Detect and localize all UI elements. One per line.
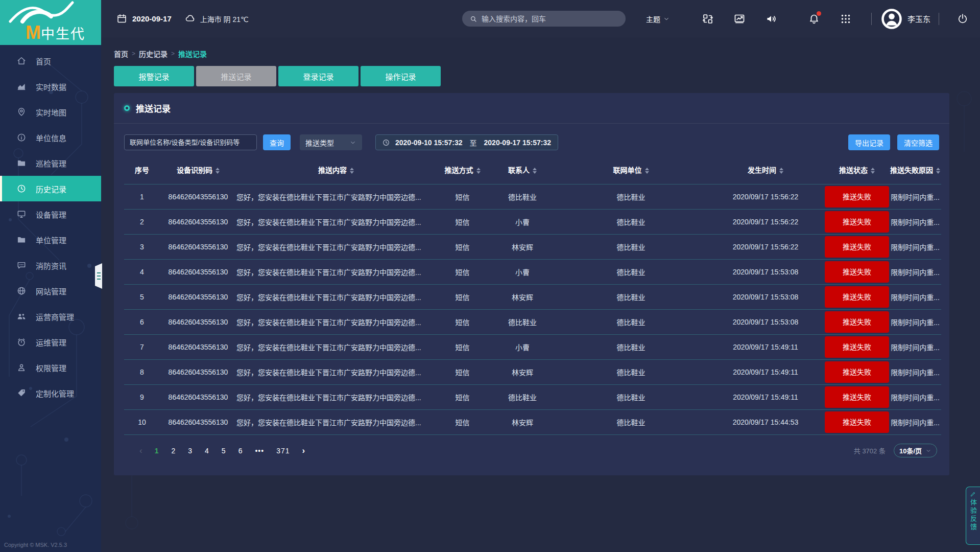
topbar-divider [871, 13, 872, 25]
date-group: 2020-09-17 上海市 阴 21℃ [116, 13, 249, 24]
sidebar-collapse-handle[interactable] [95, 263, 102, 289]
sort-icon [871, 168, 875, 174]
theme-dropdown[interactable]: 主题 [646, 14, 670, 24]
page-size-select[interactable]: 10条/页 [894, 444, 937, 457]
tab-button[interactable]: 操作记录 [361, 66, 441, 86]
cell-index: 3 [124, 234, 160, 259]
breadcrumb-item[interactable]: 首页 [114, 49, 128, 59]
sidebar-item[interactable]: 单位信息 [0, 125, 101, 150]
cell-push-content: 您好，您安装在德比鞋业下晋江市广安路野力中国旁边德... [236, 209, 436, 234]
map-pin-icon [16, 107, 27, 117]
chevron-down-icon [663, 15, 670, 22]
column-header[interactable]: 发生时间 [706, 155, 825, 184]
sidebar-item[interactable]: 权限管理 [0, 355, 101, 380]
sidebar-item[interactable]: 单位管理 [0, 227, 101, 252]
sidebar-item-label: 权限管理 [36, 362, 66, 373]
cell-index: 10 [124, 409, 160, 434]
sidebar-item[interactable]: 消防资讯 [0, 252, 101, 278]
stopwatch-icon [16, 337, 27, 347]
sidebar-item[interactable]: 设备管理 [0, 201, 101, 227]
search-input[interactable] [482, 15, 609, 23]
clock-icon [16, 183, 27, 194]
trend-icon[interactable] [733, 13, 746, 25]
prev-page-button[interactable]: ‹ [139, 446, 142, 456]
sidebar-item[interactable]: 运维管理 [0, 329, 101, 355]
column-header[interactable]: 推送状态 [825, 155, 889, 184]
cell-push-method: 短信 [436, 284, 489, 309]
export-button[interactable]: 导出记录 [848, 134, 890, 150]
column-header-label: 联网单位 [613, 166, 642, 174]
sidebar-item[interactable]: 实时数据 [0, 74, 101, 99]
sidebar-item[interactable]: 巡检管理 [0, 150, 101, 176]
column-header[interactable]: 联网单位 [556, 155, 706, 184]
column-header[interactable]: 推送内容 [236, 155, 436, 184]
clock-small-icon [382, 139, 390, 147]
feedback-button[interactable]: 体验反馈 [966, 487, 980, 545]
sidebar-item[interactable]: 首页 [0, 48, 101, 74]
breadcrumb: 首页 > 历史记录 > 推送记录 > [114, 49, 980, 59]
current-date: 2020-09-17 [132, 14, 172, 23]
push-type-select[interactable]: 推送类型 [300, 134, 362, 150]
page-number[interactable]: ••• [255, 447, 264, 455]
cell-push-method: 短信 [436, 184, 489, 209]
page-number[interactable]: 4 [205, 447, 209, 455]
cell-fail-reason: 限制时间内重... [889, 184, 941, 209]
sidebar-item[interactable]: 实时地图 [0, 99, 101, 125]
cell-fail-reason: 限制时间内重... [889, 234, 941, 259]
sidebar-item[interactable]: 历史记录 [0, 176, 101, 201]
sidebar-item-label: 网站管理 [36, 286, 66, 296]
sidebar-item[interactable]: 定制化管理 [0, 380, 101, 406]
sidebar-item-label: 单位管理 [36, 235, 66, 245]
page-number[interactable]: 1 [155, 447, 159, 455]
column-header-label: 推送内容 [318, 166, 347, 174]
next-page-button[interactable]: › [302, 446, 305, 456]
user-name: 李玉东 [907, 13, 930, 24]
swap-icon[interactable] [702, 13, 714, 25]
user-menu[interactable]: 李玉东 [881, 8, 939, 30]
table-header-row: 序号 设备识别码 推送内容 推送方式 [124, 155, 941, 184]
table-row: 10 864626043556130 您好，您安装在德比鞋业下晋江市广安路野力中… [124, 409, 941, 434]
cell-index: 1 [124, 184, 160, 209]
column-header[interactable]: 推送失败原因 [889, 155, 941, 184]
clear-filters-button[interactable]: 清空筛选 [897, 134, 939, 150]
page-number[interactable]: 5 [222, 447, 226, 455]
status-badge: 推送失败 [825, 236, 889, 258]
page-number[interactable]: 371 [276, 447, 290, 455]
cell-contact: 林安辉 [489, 234, 556, 259]
speaker-icon[interactable] [765, 13, 777, 25]
query-button[interactable]: 查询 [263, 134, 291, 150]
column-header[interactable]: 序号 [124, 155, 160, 184]
power-icon[interactable] [957, 13, 969, 25]
sort-icon [779, 168, 783, 174]
page-number[interactable]: 2 [171, 447, 176, 455]
tab-button[interactable]: 报警记录 [114, 66, 194, 86]
cell-contact: 小曹 [489, 209, 556, 234]
cell-push-method: 短信 [436, 409, 489, 434]
sidebar-item[interactable]: 运营商管理 [0, 304, 101, 329]
column-header[interactable]: 设备识别码 [160, 155, 236, 184]
cell-unit: 德比鞋业 [556, 184, 706, 209]
cell-push-method: 短信 [436, 334, 489, 359]
status-badge: 推送失败 [825, 186, 889, 208]
tab-button[interactable]: 推送记录 [196, 66, 276, 86]
page-number[interactable]: 6 [238, 447, 243, 455]
keyword-input[interactable] [124, 134, 257, 150]
column-header-label: 设备识别码 [177, 166, 212, 174]
date-range-picker[interactable]: 2020-09-10 15:57:32 至 2020-09-17 15:57:3… [375, 134, 558, 150]
sidebar-item-label: 历史记录 [36, 183, 66, 194]
cell-push-content: 您好，您安装在德比鞋业下晋江市广安路野力中国旁边德... [236, 409, 436, 434]
cell-push-method: 短信 [436, 384, 489, 409]
bell-icon[interactable] [808, 13, 820, 25]
breadcrumb-item[interactable]: 推送记录 [178, 49, 207, 59]
sidebar-item[interactable]: 网站管理 [0, 278, 101, 304]
page-number[interactable]: 3 [188, 447, 193, 455]
grid-icon[interactable] [840, 13, 852, 25]
column-header[interactable]: 推送方式 [436, 155, 489, 184]
breadcrumb-item[interactable]: 历史记录 [139, 49, 168, 59]
cell-unit: 德比鞋业 [556, 234, 706, 259]
tab-button[interactable]: 登录记录 [278, 66, 358, 86]
column-header[interactable]: 联系人 [489, 155, 556, 184]
sidebar-item-label: 定制化管理 [36, 388, 74, 399]
brand-swoosh-icon [7, 1, 84, 27]
weather-text: 上海市 阴 21℃ [200, 14, 249, 24]
